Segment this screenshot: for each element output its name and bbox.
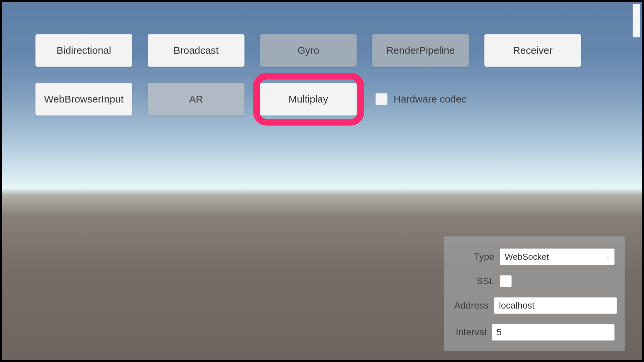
ssl-row: SSL <box>454 275 615 287</box>
broadcast-button[interactable]: Broadcast <box>148 34 245 67</box>
button-row-1: Bidirectional Broadcast Gyro RenderPipel… <box>35 34 581 67</box>
address-input[interactable] <box>494 297 617 314</box>
address-label: Address <box>454 300 489 311</box>
button-label: RenderPipeline <box>386 45 455 56</box>
button-label: Bidirectional <box>56 45 111 56</box>
hardware-codec-wrapper: Hardware codec <box>375 93 466 105</box>
button-label: Receiver <box>513 45 552 56</box>
button-label: WebBrowserInput <box>44 94 124 105</box>
multiplay-wrapper: Multiplay <box>260 83 357 116</box>
scrollbar[interactable] <box>633 4 640 37</box>
type-value: WebSocket <box>505 252 549 262</box>
hardware-codec-label: Hardware codec <box>393 94 466 105</box>
game-viewport: Bidirectional Broadcast Gyro RenderPipel… <box>2 2 642 360</box>
settings-panel: Type WebSocket ⌄ SSL Address Interval <box>444 236 625 351</box>
renderpipeline-button[interactable]: RenderPipeline <box>372 34 469 67</box>
hardware-codec-checkbox[interactable] <box>375 93 387 105</box>
type-row: Type WebSocket ⌄ <box>454 248 615 265</box>
type-select[interactable]: WebSocket ⌄ <box>500 248 615 265</box>
address-row: Address <box>454 297 615 314</box>
gyro-button[interactable]: Gyro <box>260 34 357 67</box>
webbrowserinput-button[interactable]: WebBrowserInput <box>35 83 132 116</box>
chevron-down-icon: ⌄ <box>606 254 610 259</box>
type-label: Type <box>454 251 494 262</box>
button-label: Broadcast <box>173 45 218 56</box>
interval-row: Interval <box>454 324 615 341</box>
ssl-label: SSL <box>454 276 494 287</box>
interval-label: Interval <box>454 327 486 338</box>
multiplay-button[interactable]: Multiplay <box>260 83 357 116</box>
bidirectional-button[interactable]: Bidirectional <box>35 34 132 67</box>
receiver-button[interactable]: Receiver <box>484 34 581 67</box>
button-label: Gyro <box>297 45 319 56</box>
button-row-2: WebBrowserInput AR Multiplay Hardware co… <box>35 83 581 116</box>
button-label: Multiplay <box>289 94 328 105</box>
ssl-checkbox[interactable] <box>500 275 512 287</box>
button-label: AR <box>189 94 203 105</box>
interval-input[interactable] <box>492 324 615 341</box>
ar-button[interactable]: AR <box>148 83 245 116</box>
sample-buttons-grid: Bidirectional Broadcast Gyro RenderPipel… <box>35 34 581 116</box>
